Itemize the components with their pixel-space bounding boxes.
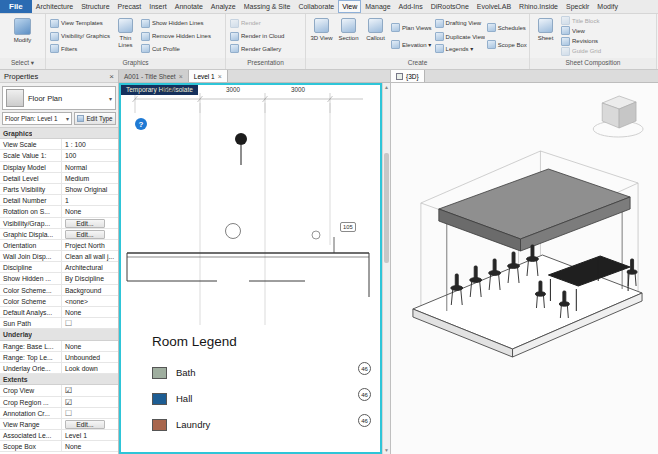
ribbon-button[interactable]: Title Block [561,16,601,25]
legend-item[interactable]: Bath [152,366,237,379]
property-value[interactable]: Project North [62,240,118,250]
property-value[interactable]: By Discipline [62,273,118,283]
ribbon-button[interactable]: Visibility/ Graphics [50,32,110,41]
panel-label-select[interactable]: Select ▾ [0,58,45,69]
property-value[interactable]: Edit... [65,219,105,228]
property-row[interactable]: Annotation Cr... [0,408,118,419]
property-value[interactable] [62,385,118,395]
property-row[interactable]: Graphic Displa... Edit... [0,229,118,240]
ribbon-button[interactable]: Guide Grid [561,47,601,56]
ribbon-tab[interactable]: Manage [361,0,394,13]
property-row[interactable]: Display Model Normal [0,162,118,173]
property-value[interactable]: Medium [62,173,118,183]
property-value[interactable]: 1 [62,195,118,205]
vertical-scrollbar[interactable]: ▲ ▼ [382,83,390,454]
room-tag[interactable]: 105 [340,222,356,232]
property-value[interactable]: Architectural [62,262,118,272]
view-tab-3d[interactable]: {3D} [391,70,425,82]
property-row[interactable]: Graphics [0,128,118,139]
property-value[interactable]: None [62,341,118,351]
sheet-button[interactable]: Sheet [532,15,559,57]
plan-canvas[interactable]: Temporary Hide/Isolate ? 3000 3000 3000 … [119,83,382,454]
ribbon-button[interactable]: Duplicate View ▾ [435,32,483,41]
ribbon-tab[interactable]: View [338,0,361,13]
ribbon-button[interactable]: Scope Box [487,40,525,49]
legend-item[interactable]: Hall [152,392,237,405]
property-value[interactable]: Level 1 [62,430,118,440]
ribbon-button[interactable]: Elevation ▾ [391,40,431,49]
property-row[interactable]: View Scale 1 : 100 [0,139,118,150]
close-icon[interactable]: × [218,73,222,80]
property-row[interactable]: Detail Number 1 [0,195,118,206]
ribbon-button[interactable]: View [561,26,601,35]
ribbon-tab[interactable]: Analyze [207,0,240,13]
three-d-model-drawing[interactable] [391,83,658,454]
property-value[interactable] [62,397,118,407]
type-selector[interactable]: Floor Plan ▾ [2,86,116,110]
property-row[interactable]: Range: Top Le... Unbounded [0,352,118,363]
property-row[interactable]: Extents [0,374,118,385]
ribbon-button[interactable]: Legends ▾ [435,44,483,53]
property-value[interactable]: Edit... [65,230,105,239]
property-value[interactable]: Show Original [62,184,118,194]
property-value[interactable]: 100 [62,150,118,160]
ribbon-button[interactable]: Show Hidden Lines [141,19,211,28]
property-value[interactable]: Clean all wall j... [62,251,118,261]
property-row[interactable]: Color Scheme... Background [0,285,118,296]
property-row[interactable]: Crop Region ... [0,397,118,408]
view-tab[interactable]: Level 1 × [189,70,228,82]
three-d-canvas[interactable] [391,83,658,454]
scrollbar-thumb[interactable] [384,153,389,263]
property-value[interactable]: Unbounded [62,352,118,362]
scroll-up-icon[interactable]: ▲ [383,84,390,90]
ribbon-tab[interactable]: Massing & Site [240,0,295,13]
property-row[interactable]: Underlay Orie... Look down [0,363,118,374]
property-row[interactable]: Range: Base L... None [0,341,118,352]
ribbon-button[interactable]: Render [230,19,284,28]
property-row[interactable]: Associated Le... Level 1 [0,430,118,441]
instance-combo[interactable]: Floor Plan: Level 1 ▾ [2,112,72,125]
property-row[interactable]: Discipline Architectural [0,262,118,273]
ribbon-tab[interactable]: Structure [77,0,113,13]
ribbon-button[interactable]: Remove Hidden Lines [141,32,211,41]
property-row[interactable]: Detail Level Medium [0,173,118,184]
ribbon-tab[interactable]: Specklr [562,0,593,13]
modify-button[interactable]: Modify [9,15,36,57]
ribbon-tab[interactable]: EvolveLAB [473,0,515,13]
property-value[interactable]: Edit... [65,420,105,429]
ribbon-tab[interactable]: Modify [593,0,622,13]
property-value[interactable]: 1 : 100 [62,139,118,149]
element-tag[interactable]: 46 [358,414,371,427]
property-row[interactable]: Crop View [0,385,118,396]
ribbon-tab[interactable]: Architecture [32,0,77,13]
file-menu-button[interactable]: File [0,0,32,13]
ribbon-button[interactable]: Plan Views ▾ [391,23,431,32]
close-icon[interactable]: × [179,73,183,80]
property-value[interactable]: Normal [62,162,118,172]
property-row[interactable]: Rotation on S... None [0,206,118,217]
ribbon-tab[interactable]: Rhino.Inside [515,0,562,13]
edit-type-button[interactable]: Edit Type [74,112,116,125]
property-row[interactable]: Underlay [0,329,118,340]
ribbon-button[interactable]: View Templates [50,19,110,28]
property-row[interactable]: Color Scheme <none> [0,296,118,307]
property-row[interactable]: Default Analys... None [0,307,118,318]
view-tab[interactable]: A001 - Title Sheet × [119,70,189,82]
ribbon-tab[interactable]: Add-Ins [395,0,427,13]
legend-item[interactable]: Laundry [152,418,237,431]
ribbon-big-button[interactable]: 3D View [308,15,335,57]
property-row[interactable]: Wall Join Disp... Clean all wall j... [0,251,118,262]
property-value[interactable]: Look down [62,363,118,373]
property-row[interactable]: Sun Path [0,318,118,329]
thin-lines-button[interactable]: Thin Lines [112,15,139,57]
room-legend[interactable]: Room Legend Bath Hall Laundry [152,334,237,444]
property-row[interactable]: Parts Visibility Show Original [0,184,118,195]
ribbon-big-button[interactable]: Section [335,15,362,57]
ribbon-tab[interactable]: Annotate [171,0,207,13]
property-value[interactable]: <none> [62,296,118,306]
ribbon-tab[interactable]: Insert [145,0,171,13]
ribbon-big-button[interactable]: Callout [362,15,389,57]
property-value[interactable] [62,318,118,328]
ribbon-button[interactable]: Cut Profile [141,44,211,53]
property-value[interactable]: Background [62,285,118,295]
